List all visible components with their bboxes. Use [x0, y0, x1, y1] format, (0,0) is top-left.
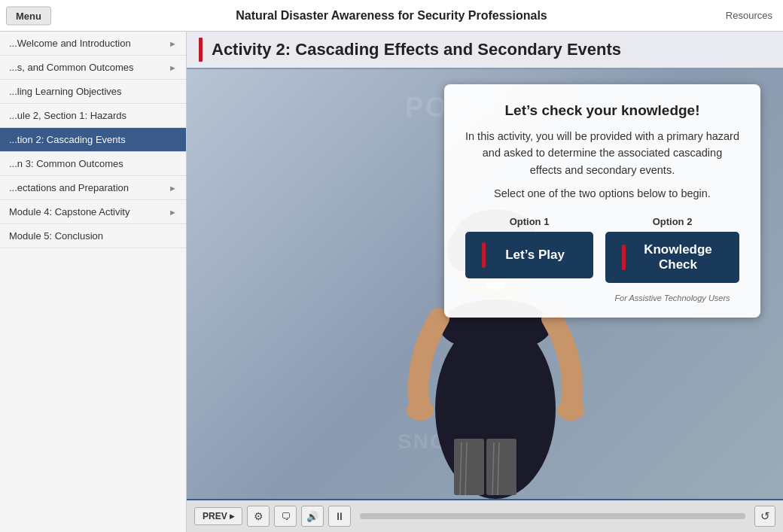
activity-title-bar: Activity 2: Cascading Effects and Second… [187, 32, 783, 69]
sidebar-item-hazards[interactable]: ...ule 2, Section 1: Hazards [0, 104, 186, 128]
info-card: Let’s check your knowledge! In this acti… [444, 84, 760, 318]
volume-icon: 🔊 [306, 511, 318, 522]
option2-label: Option 2 [653, 216, 693, 227]
captions-icon: 🗨 [281, 511, 291, 522]
lets-play-button[interactable]: Let’s Play [465, 232, 593, 278]
sidebar-item-label: ...tion 2: Cascading Events [9, 134, 126, 145]
sidebar-item-label: ...n 3: Common Outcomes [9, 158, 123, 169]
chevron-right-icon: ► [169, 39, 177, 48]
svg-point-8 [557, 400, 584, 421]
prev-button[interactable]: PREV ▸ [194, 507, 242, 525]
sidebar: ...Welcome and Introduction ► ...s, and … [0, 32, 187, 532]
sidebar-item-cascading-events[interactable]: ...tion 2: Cascading Events [0, 128, 186, 152]
options-row: Option 1 Let’s Play Option 2 Knowledge C… [465, 216, 739, 302]
chevron-right-icon: ► [169, 208, 177, 217]
gear-icon: ⚙ [254, 510, 264, 522]
option2-col: Option 2 Knowledge Check For Assistive T… [605, 216, 739, 302]
refresh-button[interactable]: ↺ [754, 506, 775, 527]
knowledge-check-button[interactable]: Knowledge Check [605, 232, 739, 283]
pause-icon: ⏸ [334, 510, 345, 522]
sidebar-item-label: ...Welcome and Introduction [9, 38, 131, 49]
sidebar-item-label: Module 4: Capstone Activity [9, 206, 129, 217]
svg-point-7 [407, 400, 434, 421]
svg-rect-17 [454, 439, 484, 495]
sidebar-item-expectations[interactable]: ...ectations and Preparation ► [0, 176, 186, 200]
volume-button[interactable]: 🔊 [301, 506, 324, 527]
content-area: Activity 2: Cascading Effects and Second… [187, 32, 783, 532]
sidebar-item-learning-objectives[interactable]: ...ling Learning Objectives [0, 80, 186, 104]
chevron-right-icon: ► [169, 63, 177, 72]
main-layout: ...Welcome and Introduction ► ...s, and … [0, 32, 783, 532]
sidebar-item-capstone[interactable]: Module 4: Capstone Activity ► [0, 200, 186, 224]
toolbar: PREV ▸ ⚙ 🗨 🔊 ⏸ ↺ [187, 499, 783, 532]
btn-accent-bar [482, 242, 486, 268]
card-select-text: Select one of the two options below to b… [465, 186, 739, 202]
pause-button[interactable]: ⏸ [328, 506, 351, 527]
card-headline: Let’s check your knowledge! [465, 102, 739, 119]
title-accent-bar [199, 38, 203, 62]
course-title: Natural Disaster Awareness for Security … [0, 9, 783, 23]
assistive-note: For Assistive Technology Users [614, 293, 730, 302]
sidebar-item-common-outcomes[interactable]: ...s, and Common Outcomes ► [0, 56, 186, 80]
sidebar-item-label: Module 5: Conclusion [9, 230, 103, 242]
progress-bar-container[interactable] [360, 513, 745, 519]
option1-label: Option 1 [510, 216, 550, 227]
resources-link[interactable]: Resources [726, 10, 772, 21]
knowledge-check-label: Knowledge Check [633, 242, 723, 272]
settings-button[interactable]: ⚙ [247, 506, 270, 527]
captions-button[interactable]: 🗨 [274, 506, 297, 527]
sidebar-item-conclusion[interactable]: Module 5: Conclusion [0, 224, 186, 248]
chevron-right-icon: ► [169, 184, 177, 193]
activity-title: Activity 2: Cascading Effects and Second… [212, 40, 621, 59]
option1-col: Option 1 Let’s Play [465, 216, 593, 302]
lets-play-label: Let’s Play [493, 248, 577, 263]
sidebar-item-label: ...s, and Common Outcomes [9, 62, 133, 73]
btn-accent-bar [622, 245, 626, 270]
sidebar-item-label: ...ectations and Preparation [9, 182, 129, 193]
svg-rect-18 [486, 439, 516, 495]
sidebar-item-label: ...ule 2, Section 1: Hazards [9, 110, 126, 121]
menu-button[interactable]: Menu [6, 6, 51, 25]
slide-area: POSSIBLE SNOW [187, 69, 783, 499]
sidebar-item-label: ...ling Learning Objectives [9, 86, 122, 97]
sidebar-item-common-outcomes2[interactable]: ...n 3: Common Outcomes [0, 152, 186, 176]
sidebar-item-welcome[interactable]: ...Welcome and Introduction ► [0, 32, 186, 56]
top-bar: Menu Natural Disaster Awareness for Secu… [0, 0, 783, 32]
card-body: In this activity, you will be provided w… [465, 128, 739, 178]
refresh-icon: ↺ [760, 509, 770, 523]
